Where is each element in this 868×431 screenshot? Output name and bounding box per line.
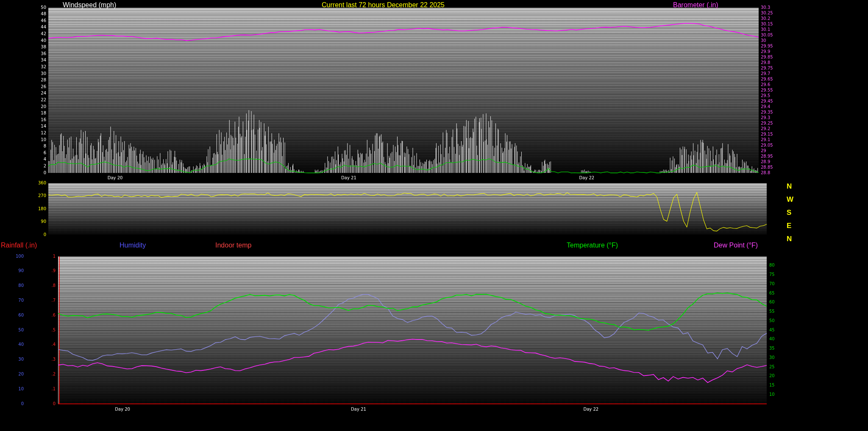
wind-direction-compass-labels: N W S E N xyxy=(787,180,794,245)
weather-charts-canvas xyxy=(0,0,868,431)
humidity-axis-title: Humidity xyxy=(120,242,146,249)
compass-letter-e: E xyxy=(787,219,794,232)
compass-letter-n-bottom: N xyxy=(787,232,794,245)
indoor-temp-axis-title: Indoor temp xyxy=(215,242,251,249)
barometer-axis-title: Barometer (.in) xyxy=(673,1,718,9)
dew-point-axis-title: Dew Point (°F) xyxy=(714,242,758,249)
temperature-axis-title: Temperature (°F) xyxy=(567,242,618,249)
compass-letter-n-top: N xyxy=(787,180,794,193)
compass-letter-s: S xyxy=(787,206,794,219)
compass-letter-w: W xyxy=(787,193,794,206)
windspeed-axis-title: Windspeed (mph) xyxy=(63,1,116,9)
rainfall-axis-title: Rainfall (.in) xyxy=(1,242,37,249)
main-chart-title: Current last 72 hours December 22 2025 xyxy=(322,1,445,9)
weather-dashboard: Windspeed (mph) Current last 72 hours De… xyxy=(0,0,868,431)
